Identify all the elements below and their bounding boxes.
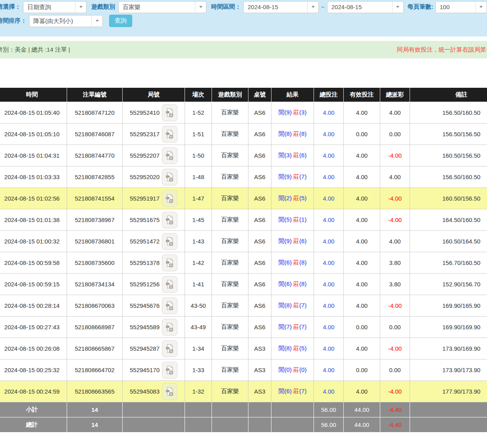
game-type-select[interactable]: 百家樂	[118, 1, 206, 13]
cell-payout: 4.00	[380, 166, 410, 188]
cell-game-type: 百家樂	[212, 295, 248, 317]
total-bet-link[interactable]: 4.00	[323, 281, 334, 288]
cell-game-type: 百家樂	[212, 209, 248, 231]
cell-valid-bet: 4.00	[344, 252, 380, 274]
cell-total-bet: 4.00	[314, 252, 344, 274]
total-bet-link[interactable]: 4.00	[323, 174, 334, 180]
cell-time: 2024-08-15 01:00:32	[0, 231, 67, 252]
banker-label: 莊	[293, 366, 299, 373]
video-replay-button[interactable]	[162, 233, 177, 250]
player-result: 閒(9)	[279, 238, 292, 244]
date-from-select[interactable]: 2024-08-15	[243, 1, 319, 13]
round-id-text: 552951675	[130, 216, 160, 223]
total-bet-link[interactable]: 4.00	[323, 195, 334, 202]
player-result: 閒(8)	[279, 302, 292, 309]
banker-score: (8)	[299, 280, 306, 287]
video-replay-button[interactable]	[162, 255, 177, 271]
table-row[interactable]: 2024-08-15 01:05:40 521808747120 5529524…	[0, 102, 487, 124]
table-row[interactable]: 2024-08-15 01:01:38 521808738967 5529516…	[0, 209, 487, 231]
chevron-down-icon	[307, 2, 318, 13]
table-row[interactable]: 2024-08-15 01:02:56 521808741554 5529519…	[0, 188, 487, 209]
subtotal-row: 小計 14 56.00 44.00 -4.40	[0, 402, 487, 417]
cell-game-type: 百家樂	[212, 252, 248, 274]
video-replay-button[interactable]	[162, 383, 177, 400]
cell-result: 閒(7) 莊(7)	[271, 317, 314, 338]
query-mode-select[interactable]: 日期查詢	[23, 1, 87, 13]
cell-session: 1-33	[185, 359, 212, 381]
total-bet-link[interactable]: 4.00	[323, 345, 334, 352]
cell-session: 1-51	[185, 124, 212, 145]
table-row[interactable]: 2024-08-15 01:00:32 521808736801 5529514…	[0, 231, 487, 252]
cell-bet-id: 521808665867	[67, 338, 123, 359]
video-replay-button[interactable]	[162, 297, 177, 314]
banker-score: (6)	[299, 152, 306, 158]
cell-payout: -4.00	[380, 381, 410, 402]
total-bet-link[interactable]: 4.00	[323, 216, 334, 223]
video-replay-button[interactable]	[162, 212, 177, 228]
video-replay-button[interactable]	[162, 276, 177, 293]
cell-session: 1-43	[185, 231, 212, 252]
cell-game-type: 百家樂	[212, 338, 248, 359]
table-row[interactable]: 2024-08-15 01:03:33 521808742855 5529520…	[0, 166, 487, 188]
cell-bet-id: 521808734134	[67, 274, 123, 295]
video-replay-button[interactable]	[162, 169, 177, 185]
cell-bet-id: 521808664702	[67, 359, 123, 381]
cell-round-id: 552945589	[123, 317, 185, 338]
video-replay-button[interactable]	[162, 319, 177, 336]
cell-session: 1-32	[185, 381, 212, 402]
cell-payout: -4.00	[380, 188, 410, 209]
video-file-icon	[166, 193, 174, 203]
banker-label: 莊	[293, 259, 299, 266]
cell-total-bet: 4.00	[314, 359, 344, 381]
cell-valid-bet: 0.00	[344, 317, 380, 338]
cell-remark: 156.50/160.50	[410, 166, 487, 188]
player-result: 閒(9)	[279, 173, 292, 180]
total-bet-link[interactable]: 4.00	[323, 388, 334, 395]
total-bet-link[interactable]: 4.00	[323, 302, 334, 309]
cell-bet-id: 521808736801	[67, 231, 123, 252]
cell-remark: 173.90/169.90	[410, 338, 487, 359]
header-session: 場次	[185, 88, 212, 102]
table-row[interactable]: 2024-08-15 00:59:58 521808735600 5529513…	[0, 252, 487, 274]
table-row[interactable]: 2024-08-15 00:27:43 521808668987 5529455…	[0, 317, 487, 338]
total-bet-link[interactable]: 4.00	[323, 324, 334, 330]
cell-table-no: AS6	[248, 102, 271, 124]
video-replay-button[interactable]	[162, 147, 177, 164]
video-replay-button[interactable]	[162, 340, 177, 357]
game-type-value: 百家樂	[119, 2, 195, 13]
table-row[interactable]: 2024-08-15 00:59:15 521808734134 5529512…	[0, 274, 487, 295]
table-row[interactable]: 2024-08-15 01:04:31 521808744770 5529522…	[0, 145, 487, 166]
video-replay-button[interactable]	[162, 362, 177, 378]
game-type-label: 遊戲類別	[91, 3, 115, 11]
video-replay-button[interactable]	[162, 126, 177, 143]
banker-label: 莊	[293, 109, 299, 116]
cell-total-bet: 4.00	[314, 145, 344, 166]
cell-game-type: 百家樂	[212, 317, 248, 338]
video-replay-button[interactable]	[162, 190, 177, 207]
table-row[interactable]: 2024-08-15 00:24:59 521808663565 5529450…	[0, 381, 487, 402]
page-size-select[interactable]: 100	[435, 1, 487, 13]
table-row[interactable]: 2024-08-15 00:26:08 521808665867 5529452…	[0, 338, 487, 359]
total-bet-link[interactable]: 4.00	[323, 367, 334, 373]
total-bet-link[interactable]: 4.00	[323, 109, 334, 116]
total-bet-link[interactable]: 4.00	[323, 259, 334, 266]
cell-time: 2024-08-15 00:59:15	[0, 274, 67, 295]
table-row[interactable]: 2024-08-15 00:25:32 521808664702 5529451…	[0, 359, 487, 381]
header-remark: 備註	[410, 88, 487, 102]
date-to-select[interactable]: 2024-08-15	[327, 1, 404, 13]
banker-score: (7)	[299, 173, 306, 180]
cell-table-no: AS6	[248, 145, 271, 166]
search-button[interactable]: 查詢	[109, 15, 132, 27]
table-row[interactable]: 2024-08-15 01:05:10 521808746087 5529523…	[0, 124, 487, 145]
banker-score: (5)	[299, 345, 306, 351]
cell-valid-bet: 4.00	[344, 381, 380, 402]
table-row[interactable]: 2024-08-15 00:28:14 521808670063 5529456…	[0, 295, 487, 317]
cell-valid-bet: 4.00	[344, 166, 380, 188]
sort-order-select[interactable]: 降冪(由大到小)	[29, 15, 103, 27]
total-bet-link[interactable]: 4.00	[323, 131, 334, 137]
total-bet-link[interactable]: 4.00	[323, 238, 334, 245]
video-replay-button[interactable]	[162, 104, 177, 121]
cell-bet-id: 521808738967	[67, 209, 123, 231]
cell-round-id: 552951256	[123, 274, 185, 295]
total-bet-link[interactable]: 4.00	[323, 152, 334, 159]
